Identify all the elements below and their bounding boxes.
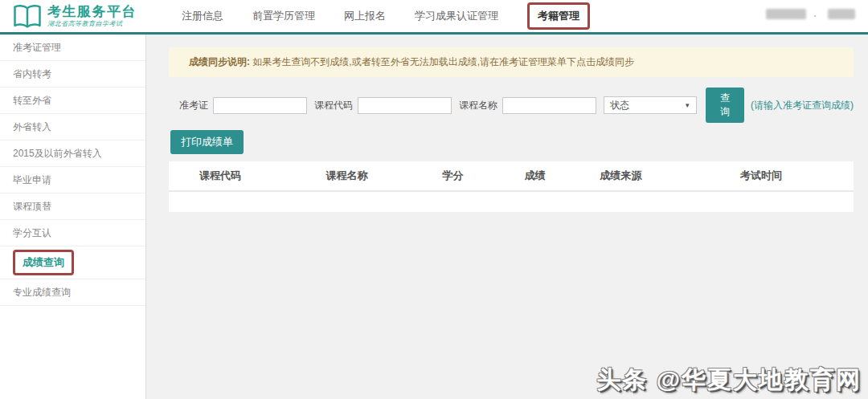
top-header: 考生服务平台 湖北省高等教育自学考试 注册信息 前置学历管理 网上报名 学习成果…: [0, 0, 868, 35]
sidebar-item-major-score-query[interactable]: 专业成绩查询: [0, 279, 145, 306]
col-credits: 学分: [408, 169, 497, 183]
sidebar: 准考证管理 省内转考 转至外省 外省转入 2015及以前外省转入 毕业申请 课程…: [0, 35, 146, 399]
course-name-input[interactable]: [502, 97, 596, 114]
sidebar-item-credit-recognition[interactable]: 学分互认: [0, 220, 145, 246]
col-course-code: 课程代码: [169, 169, 285, 183]
status-select[interactable]: 状态 ▼: [604, 96, 697, 114]
filter-row: 准考证 课程代码 课程名称 状态 ▼ 查询 (请输入准考证查询成绩): [179, 88, 854, 123]
sidebar-item-transfer-in[interactable]: 外省转入: [0, 114, 145, 140]
notice-label: 成绩同步说明:: [189, 56, 252, 67]
user-area: 。: [766, 9, 855, 19]
nav-item-exam-status-management[interactable]: 考籍管理: [527, 2, 590, 30]
notice-text: 如果考生查询不到成绩,或者转至外省无法加载出成绩,请在准考证管理菜单下点击成绩同…: [252, 56, 634, 67]
col-score-source: 成绩来源: [573, 169, 669, 183]
sidebar-item-course-replacement[interactable]: 课程顶替: [0, 193, 145, 220]
sidebar-item-province-transfer[interactable]: 省内转考: [0, 61, 145, 88]
notice-banner: 成绩同步说明: 如果考生查询不到成绩,或者转至外省无法加载出成绩,请在准考证管理…: [169, 47, 854, 77]
nav-item-learning-achievement[interactable]: 学习成果认证管理: [415, 9, 498, 23]
col-score: 成绩: [497, 169, 573, 183]
search-hint: (请输入准考证查询成绩): [751, 99, 854, 112]
separator-dot: 。: [813, 9, 821, 19]
col-course-name: 课程名称: [285, 169, 408, 183]
print-transcript-button[interactable]: 打印成绩单: [170, 130, 244, 154]
sidebar-item-graduation-application[interactable]: 毕业申请: [0, 167, 145, 193]
status-selected-value: 状态: [610, 99, 629, 112]
caret-down-icon: ▼: [684, 102, 690, 109]
logout-redacted[interactable]: [828, 9, 855, 19]
brand: 考生服务平台 湖北省高等教育自学考试: [0, 4, 170, 29]
course-name-label: 课程名称: [459, 99, 497, 112]
username-redacted[interactable]: [766, 9, 806, 19]
sidebar-item-admission-ticket[interactable]: 准考证管理: [0, 35, 145, 61]
page-title: 考生服务平台: [47, 5, 137, 19]
sidebar-item-score-query[interactable]: 成绩查询: [0, 246, 145, 279]
results-table: 课程代码 课程名称 学分 成绩 成绩来源 考试时间: [169, 161, 854, 212]
nav-item-online-registration[interactable]: 网上报名: [344, 9, 386, 23]
sidebar-item-transfer-in-before-2015[interactable]: 2015及以前外省转入: [0, 140, 145, 167]
course-code-label: 课程代码: [314, 99, 353, 112]
sidebar-item-transfer-out[interactable]: 转至外省: [0, 88, 145, 114]
brand-text: 考生服务平台 湖北省高等教育自学考试: [47, 5, 137, 27]
nav-item-prior-education[interactable]: 前置学历管理: [252, 9, 315, 23]
table-header-row: 课程代码 课程名称 学分 成绩 成绩来源 考试时间: [169, 161, 854, 192]
table-empty-body: [169, 192, 854, 212]
exam-no-input[interactable]: [213, 97, 307, 114]
col-exam-time: 考试时间: [669, 169, 854, 183]
nav-item-register-info[interactable]: 注册信息: [182, 9, 223, 23]
exam-no-label: 准考证: [179, 99, 208, 112]
main-content: 成绩同步说明: 如果考生查询不到成绩,或者转至外省无法加载出成绩,请在准考证管理…: [146, 35, 868, 399]
brand-subtitle: 湖北省高等教育自学考试: [47, 21, 137, 27]
open-book-logo-icon: [13, 4, 42, 29]
course-code-input[interactable]: [358, 97, 452, 114]
watermark: 头条 @华夏大地教育网: [596, 364, 862, 397]
search-button[interactable]: 查询: [706, 88, 744, 123]
top-nav: 注册信息 前置学历管理 网上报名 学习成果认证管理 考籍管理: [182, 2, 590, 30]
score-query-highlight: 成绩查询: [13, 250, 74, 275]
